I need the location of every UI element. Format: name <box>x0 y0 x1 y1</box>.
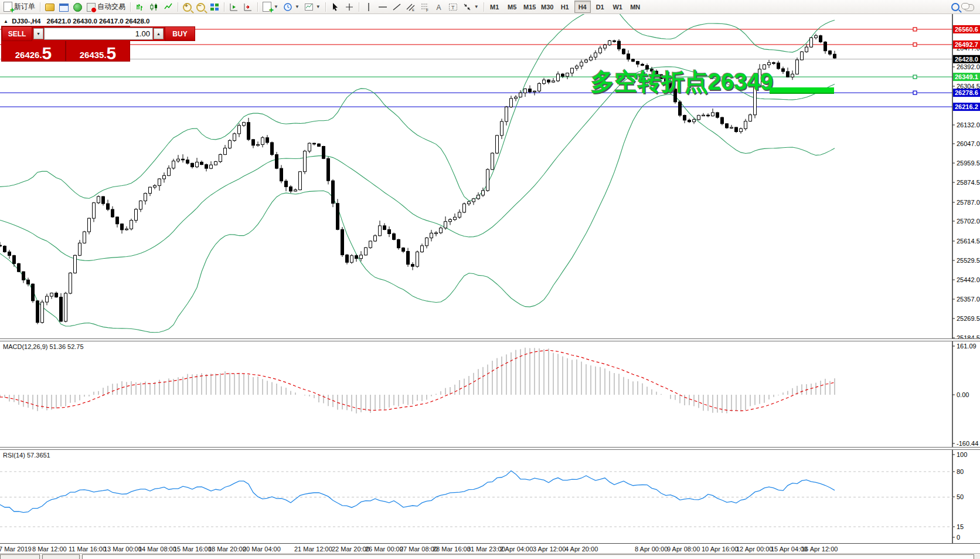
sell-price-display[interactable]: 26426. 5 <box>2 41 66 61</box>
thick-green-trendline-object[interactable] <box>770 87 834 94</box>
arrows-dropdown[interactable]: ▼ <box>460 1 481 13</box>
one-click-trading-panel: SELL ▼ ▲ BUY 26426. 5 26435. 5 <box>2 26 130 61</box>
svg-text:26132.0: 26132.0 <box>957 121 980 128</box>
new-chart-icon <box>263 2 271 12</box>
buy-price-pips: 5 <box>107 46 117 61</box>
symbol-period-label: DJ30-,H4 <box>12 18 40 25</box>
buy-button[interactable]: BUY <box>165 26 195 41</box>
collapse-arrow-icon[interactable]: ▲ <box>4 19 8 24</box>
timeframe-h4[interactable]: H4 <box>574 1 591 13</box>
fibonacci-icon: F <box>420 2 430 12</box>
vertical-line-tool[interactable] <box>362 1 376 13</box>
new-order-button[interactable]: 新订单 <box>1 1 38 13</box>
time-axis-label: 14 Mar 08:00 <box>138 546 176 553</box>
volume-increase-button[interactable]: ▲ <box>154 28 164 39</box>
time-axis[interactable]: 7 Mar 20198 Mar 12:0011 Mar 16:0013 Mar … <box>0 543 980 553</box>
new-order-icon <box>4 2 12 12</box>
time-axis-label: 9 Apr 08:00 <box>667 546 700 553</box>
timeframe-m5[interactable]: M5 <box>504 1 520 13</box>
svg-text:F: F <box>426 8 428 12</box>
zoom-in-button[interactable]: + <box>181 1 194 13</box>
time-axis-label: 15 Mar 16:00 <box>173 546 212 553</box>
svg-text:25787.0: 25787.0 <box>957 199 980 206</box>
mt4-application: 新订单 自动交易 + − ▼ ▼ <box>0 0 980 559</box>
chart-shift-button[interactable] <box>241 1 255 13</box>
autotrading-button[interactable]: 自动交易 <box>84 1 128 13</box>
time-axis-label: 20 Mar 04:00 <box>243 546 281 553</box>
time-axis-label: 4 Apr 20:00 <box>565 546 598 553</box>
candlestick-icon <box>149 2 159 12</box>
buy-price-display[interactable]: 26435. 5 <box>66 41 130 61</box>
vertical-line-icon <box>364 2 373 12</box>
main-price-chart[interactable]: 26477.026392.026304.526132.026047.025959… <box>0 14 980 338</box>
arrows-tool-icon <box>462 2 472 12</box>
sell-button[interactable]: SELL <box>2 26 32 41</box>
template-chart-icon <box>304 2 314 12</box>
buy-price-main: 26435. <box>80 50 107 59</box>
line-chart-button[interactable] <box>161 1 175 13</box>
timeframe-h1[interactable]: H1 <box>557 1 573 13</box>
svg-text:161.09: 161.09 <box>957 343 976 350</box>
new-chart-dropdown[interactable]: ▼ <box>260 1 281 13</box>
timeframe-m30[interactable]: M30 <box>539 1 556 13</box>
time-axis-label: 12 Apr 00:00 <box>736 546 773 553</box>
volume-decrease-button[interactable]: ▼ <box>33 28 43 39</box>
search-button[interactable] <box>949 1 962 13</box>
chart-text-annotation[interactable]: 多空转折点26349 <box>591 66 773 98</box>
market-watch-button[interactable] <box>43 1 57 13</box>
time-axis-label: 2 Apr 04:00 <box>500 546 533 553</box>
trendline-tool[interactable] <box>390 1 404 13</box>
timeframe-w1[interactable]: W1 <box>610 1 626 13</box>
chart-shift-icon <box>243 2 253 12</box>
text-label-icon: T <box>448 2 458 12</box>
svg-text:-160.44: -160.44 <box>957 440 978 447</box>
timeframe-m15[interactable]: M15 <box>522 1 538 13</box>
toolbar-separator <box>484 2 484 12</box>
svg-text:T: T <box>451 4 455 10</box>
horizontal-line-tool[interactable] <box>376 1 390 13</box>
time-axis-label: 8 Mar 12:00 <box>32 546 67 553</box>
auto-scroll-icon <box>229 2 239 12</box>
svg-text:26492.7: 26492.7 <box>955 41 978 48</box>
chat-button[interactable] <box>962 1 976 13</box>
timeframe-m1[interactable]: M1 <box>486 1 503 13</box>
top-toolbar: 新订单 自动交易 + − ▼ ▼ <box>0 0 980 14</box>
timeframe-mn[interactable]: MN <box>627 1 644 13</box>
svg-text:15: 15 <box>957 523 964 530</box>
crosshair-button[interactable] <box>342 1 356 13</box>
tile-windows-button[interactable] <box>207 1 222 13</box>
zoom-out-button[interactable]: − <box>194 1 207 13</box>
ohlc-values: 26421.0 26430.0 26417.0 26428.0 <box>47 18 150 25</box>
signals-button[interactable] <box>71 1 84 13</box>
autotrading-label: 自动交易 <box>97 2 125 12</box>
toolbar-separator <box>40 2 40 12</box>
periods-dropdown[interactable]: ▼ <box>281 1 302 13</box>
auto-scroll-button[interactable] <box>227 1 241 13</box>
candlestick-button[interactable] <box>147 1 161 13</box>
rsi-indicator-panel[interactable]: 1008050150 <box>0 450 980 543</box>
toolbar-separator <box>257 2 258 12</box>
macd-label: MACD(12,26,9) 51.36 52.75 <box>3 343 84 350</box>
bottom-scrollbar[interactable] <box>82 554 974 559</box>
chart-window: ▲ DJ30-,H4 26421.0 26430.0 26417.0 26428… <box>0 14 980 559</box>
svg-text:25959.5: 25959.5 <box>957 160 980 167</box>
dropdown-caret-icon: ▼ <box>295 4 300 9</box>
terminal-window-button[interactable] <box>57 1 71 13</box>
panel-separator[interactable] <box>0 447 980 450</box>
text-label-tool[interactable]: T <box>446 1 460 13</box>
svg-text:25702.0: 25702.0 <box>957 218 980 225</box>
trendline-icon <box>392 2 401 12</box>
cursor-button[interactable] <box>328 1 342 13</box>
channel-tool[interactable]: E <box>404 1 418 13</box>
fibonacci-tool[interactable]: F <box>418 1 432 13</box>
text-tool[interactable]: A <box>432 1 446 13</box>
templates-dropdown[interactable]: ▼ <box>302 1 323 13</box>
bar-chart-button[interactable] <box>133 1 147 13</box>
bottom-tab-segment[interactable] <box>0 554 40 559</box>
bottom-tab-segment[interactable] <box>42 554 80 559</box>
macd-indicator-panel[interactable]: 161.090.00-160.44 <box>0 341 980 448</box>
timeframe-d1[interactable]: D1 <box>592 1 608 13</box>
toolbar-separator <box>325 2 326 12</box>
panel-separator[interactable] <box>0 338 980 341</box>
volume-input[interactable] <box>44 28 153 40</box>
